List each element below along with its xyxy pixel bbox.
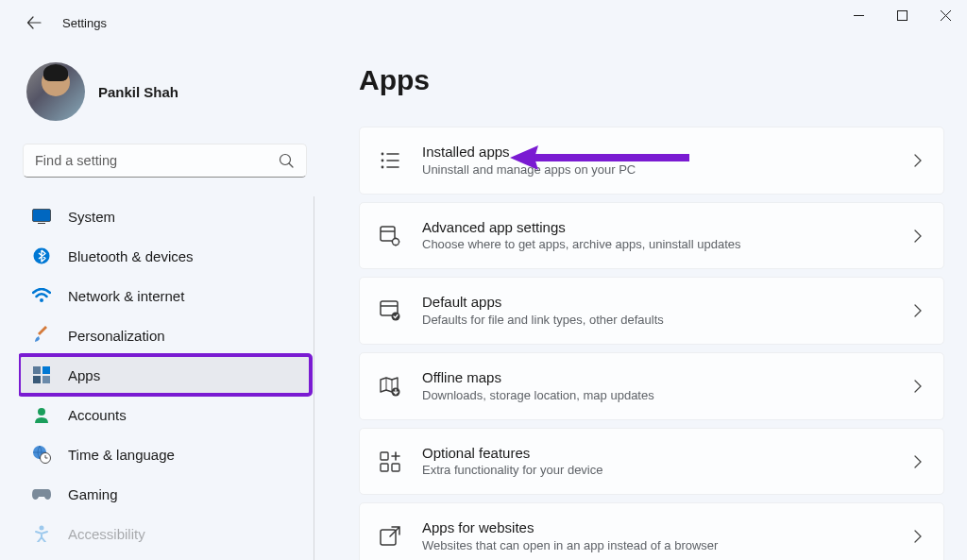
sidebar-item-label: Gaming [68,486,118,502]
svg-rect-8 [42,376,50,383]
accessibility-icon [32,524,51,543]
card-offline-maps[interactable]: Offline maps Downloads, storage location… [359,352,944,420]
sidebar-item-label: Accessibility [68,526,145,542]
wifi-icon [32,286,51,305]
close-button[interactable] [924,0,967,30]
sidebar-item-personalization[interactable]: Personalization [19,315,311,355]
card-sub: Uninstall and manage apps on your PC [422,161,891,178]
bluetooth-icon [32,246,51,265]
sidebar-item-system[interactable]: System [19,196,311,236]
chevron-right-icon [911,304,925,317]
card-optional-features[interactable]: Optional features Extra functionality fo… [359,428,944,496]
card-installed-apps[interactable]: Installed apps Uninstall and manage apps… [359,127,944,195]
sidebar-item-gaming[interactable]: Gaming [19,474,311,514]
back-button[interactable] [17,6,51,40]
card-title: Default apps [422,293,891,312]
card-advanced-app-settings[interactable]: Advanced app settings Choose where to ge… [359,202,944,270]
arrow-left-icon [26,15,42,30]
maximize-button[interactable] [880,0,924,30]
svg-rect-2 [33,210,51,222]
chevron-right-icon [911,154,925,167]
card-sub: Downloads, storage location, map updates [422,387,891,404]
svg-point-13 [382,152,384,155]
card-default-apps[interactable]: Default apps Defaults for file and link … [359,277,944,345]
chevron-right-icon [911,530,925,543]
svg-point-14 [382,159,384,161]
brush-icon [32,326,51,345]
window-controls [837,0,967,30]
gamepad-icon [32,484,51,503]
list-icon [379,149,401,172]
card-sub: Defaults for file and link types, other … [422,312,891,329]
chevron-right-icon [911,455,925,468]
sidebar-item-network[interactable]: Network & internet [19,276,311,315]
sidebar-item-label: Accounts [68,407,127,423]
svg-rect-0 [897,10,907,20]
map-download-icon [379,375,401,398]
app-gear-icon [379,225,401,247]
sidebar-item-time-language[interactable]: Time & language [19,434,311,474]
profile[interactable]: Pankil Shah [19,55,314,140]
svg-rect-5 [33,366,41,374]
sidebar: Pankil Shah System Bluetooth & devices N… [0,45,321,560]
titlebar: Settings [0,0,967,45]
sidebar-item-apps[interactable]: Apps [19,355,311,395]
card-title: Offline maps [422,368,891,387]
apps-icon [32,365,51,384]
svg-rect-21 [381,452,388,460]
person-icon [32,405,51,424]
minimize-icon [854,10,864,21]
maximize-icon [897,10,908,21]
svg-point-15 [382,165,384,168]
window-check-icon [379,299,401,322]
svg-point-12 [40,526,44,531]
sidebar-item-label: Apps [68,367,100,383]
globe-clock-icon [32,445,51,464]
window-title: Settings [62,16,107,30]
sidebar-item-accounts[interactable]: Accounts [19,395,311,434]
card-title: Optional features [422,444,891,463]
sidebar-item-label: Bluetooth & devices [68,248,194,264]
chevron-right-icon [911,380,925,393]
search-box[interactable] [23,144,307,178]
svg-point-4 [40,298,43,302]
card-title: Advanced app settings [422,218,891,237]
main: Apps Installed apps Uninstall and manage… [321,45,967,560]
card-sub: Choose where to get apps, archive apps, … [422,236,891,253]
card-sub: Websites that can open in an app instead… [422,537,891,554]
svg-rect-6 [42,366,50,374]
avatar [26,62,85,121]
svg-rect-23 [392,464,399,471]
card-apps-for-websites[interactable]: Apps for websites Websites that can open… [359,502,944,560]
card-title: Installed apps [422,143,891,161]
card-sub: Extra functionality for your device [422,462,891,479]
sidebar-item-bluetooth[interactable]: Bluetooth & devices [19,236,311,276]
svg-rect-16 [381,227,395,241]
card-title: Apps for websites [422,518,891,537]
sidebar-item-label: Personalization [68,328,165,344]
minimize-button[interactable] [837,0,880,30]
open-external-icon [379,525,401,548]
chevron-right-icon [911,229,925,243]
profile-name: Pankil Shah [98,84,178,100]
nav: System Bluetooth & devices Network & int… [19,196,314,560]
sidebar-item-label: Time & language [68,447,175,463]
grid-plus-icon [379,450,401,473]
sidebar-item-accessibility[interactable]: Accessibility [19,514,311,553]
svg-rect-7 [33,376,41,383]
close-icon [941,10,951,21]
search-input[interactable] [35,153,279,168]
svg-point-9 [38,408,45,416]
search-icon [279,153,295,169]
sidebar-item-label: System [68,209,115,225]
page-title: Apps [359,64,944,96]
sidebar-item-label: Network & internet [68,288,184,304]
svg-rect-22 [381,464,388,471]
monitor-icon [32,207,51,226]
